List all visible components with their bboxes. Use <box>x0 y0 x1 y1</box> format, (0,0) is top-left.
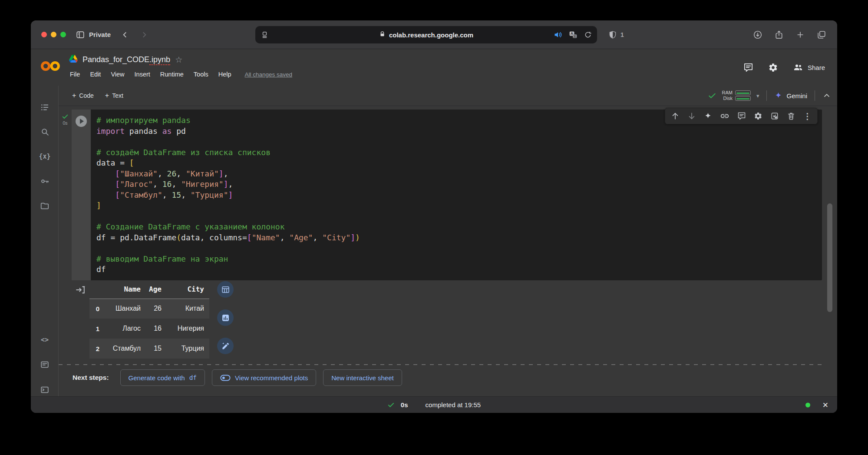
address-bar[interactable]: colab.research.google.com A文 <box>255 26 597 43</box>
code-lines[interactable]: # импортируем pandasimport pandas as pd … <box>91 110 822 279</box>
minimize-window-button[interactable] <box>51 32 56 37</box>
table-cell: 15 <box>146 339 167 359</box>
resources-dropdown-icon[interactable]: ▾ <box>756 93 759 99</box>
notebook-scrollbar[interactable] <box>827 203 832 312</box>
ai-sparkle-icon[interactable] <box>704 112 712 120</box>
table-column-header: Age <box>146 280 167 299</box>
share-icon[interactable] <box>774 30 784 40</box>
gemini-sparkle-icon <box>774 92 782 100</box>
cell-settings-gear-icon[interactable] <box>754 112 762 120</box>
code-line[interactable]: # Создание DataFrame с указанием колонок <box>96 222 815 232</box>
generate-code-button[interactable]: Generate code withdf <box>120 369 205 386</box>
output-options-icon[interactable] <box>75 284 86 297</box>
generate-with-ai-button[interactable] <box>217 338 234 354</box>
star-icon[interactable]: ☆ <box>175 55 182 65</box>
close-window-button[interactable] <box>41 32 47 37</box>
people-icon <box>793 62 803 73</box>
code-line[interactable]: ["Лагос", 16, "Нигерия"], <box>96 179 815 190</box>
cell-separator <box>59 364 822 365</box>
code-line[interactable] <box>96 243 815 254</box>
code-line[interactable] <box>96 136 815 147</box>
translate-icon[interactable]: A文 <box>569 30 578 39</box>
code-snippets-icon[interactable]: <> <box>31 335 59 345</box>
menu-file[interactable]: File <box>70 71 80 78</box>
link-cell-icon[interactable] <box>720 111 729 121</box>
code-line[interactable]: df <box>96 264 815 275</box>
open-in-window-icon[interactable] <box>770 112 779 120</box>
comment-cell-icon[interactable] <box>737 112 746 120</box>
more-actions-icon[interactable]: ⋮ <box>803 111 812 121</box>
cell-success-check-icon <box>62 113 69 120</box>
close-status-icon[interactable]: ✕ <box>822 400 828 409</box>
collapse-header-icon[interactable] <box>822 91 831 100</box>
share-button[interactable]: Share <box>793 62 825 73</box>
files-folder-icon[interactable] <box>31 201 59 211</box>
variables-icon[interactable]: {x} <box>31 151 59 162</box>
bar-chart-icon <box>221 313 230 322</box>
search-icon[interactable] <box>31 126 59 137</box>
plots-toggle-icon <box>220 375 231 381</box>
menu-tools[interactable]: Tools <box>194 71 208 78</box>
run-cell-button[interactable] <box>76 116 87 127</box>
code-line[interactable]: ["Шанхай", 26, "Китай"], <box>96 169 815 179</box>
command-palette-icon[interactable] <box>31 359 59 370</box>
save-status[interactable]: All changes saved <box>245 71 293 78</box>
table-row-index: 0 <box>89 299 106 319</box>
code-line[interactable]: ] <box>96 200 815 211</box>
code-line[interactable]: data = [ <box>96 158 815 169</box>
sidebar-toggle-icon[interactable] <box>76 30 85 40</box>
suggest-charts-button[interactable] <box>217 309 234 326</box>
view-plots-button[interactable]: View recommended plots <box>212 369 316 386</box>
disk-label: Disk <box>723 96 733 101</box>
menu-view[interactable]: View <box>111 71 124 78</box>
resource-monitor[interactable]: RAMDisk <box>722 90 751 101</box>
menu-runtime[interactable]: Runtime <box>160 71 184 78</box>
audio-icon[interactable] <box>554 30 562 39</box>
code-line[interactable]: df = pd.DataFrame(data, columns=["Name",… <box>96 232 815 243</box>
cell-exec-time: 0s <box>63 120 67 126</box>
reload-icon[interactable] <box>584 31 592 39</box>
settings-gear-icon[interactable] <box>768 63 778 73</box>
code-line[interactable] <box>96 211 815 222</box>
status-check-icon <box>387 401 395 409</box>
cell-toolbar: ⋮ <box>665 108 818 124</box>
interactive-table-button[interactable] <box>217 281 234 298</box>
url-bar-actions: A文 <box>554 26 592 43</box>
table-row: 0Шанхай26Китай <box>89 299 209 319</box>
delete-cell-icon[interactable] <box>787 112 795 120</box>
notebook-filename[interactable]: Pandas_for_CODE.ipynb <box>83 55 170 64</box>
downloads-icon[interactable] <box>753 30 762 40</box>
gemini-button[interactable]: Gemini <box>774 92 807 100</box>
table-cell: 16 <box>146 319 167 339</box>
dataframe-table: NameAgeCity 0Шанхай26Китай1Лагос16Нигери… <box>89 280 209 359</box>
code-line[interactable]: # создаём DataFrame из списка списков <box>96 147 815 158</box>
url-text: colab.research.google.com <box>389 31 473 39</box>
colab-logo[interactable] <box>40 60 62 74</box>
menu-insert[interactable]: Insert <box>135 71 150 78</box>
add-text-button[interactable]: +Text <box>105 92 123 100</box>
browser-titlebar: Private colab.research.google.com <box>31 20 837 49</box>
disk-meter <box>735 96 751 101</box>
tabs-overview-icon[interactable] <box>817 30 826 40</box>
shield-badge[interactable]: 1 <box>608 20 624 49</box>
comments-icon[interactable] <box>743 63 753 73</box>
secrets-key-icon[interactable] <box>31 176 59 186</box>
code-line[interactable]: import pandas as pd <box>96 126 815 137</box>
add-code-button[interactable]: +Code <box>72 92 94 100</box>
code-line[interactable]: ["Стамбул", 15, "Турция"] <box>96 190 815 201</box>
table-index-header <box>89 280 106 299</box>
move-cell-up-icon[interactable] <box>671 112 680 120</box>
execution-status: 0s <box>59 110 72 280</box>
menu-edit[interactable]: Edit <box>90 71 101 78</box>
new-tab-icon[interactable] <box>795 30 805 40</box>
code-line[interactable]: # выводим DataFrame на экран <box>96 254 815 265</box>
drive-icon <box>69 55 78 64</box>
zoom-window-button[interactable] <box>60 32 66 37</box>
terminal-icon[interactable] <box>31 385 59 395</box>
new-sheet-button[interactable]: New interactive sheet <box>323 369 402 386</box>
menu-help[interactable]: Help <box>218 71 231 78</box>
back-icon[interactable] <box>121 31 129 39</box>
table-of-contents-icon[interactable] <box>31 102 59 113</box>
move-cell-down-icon[interactable] <box>687 112 696 120</box>
forward-icon[interactable] <box>140 31 148 39</box>
